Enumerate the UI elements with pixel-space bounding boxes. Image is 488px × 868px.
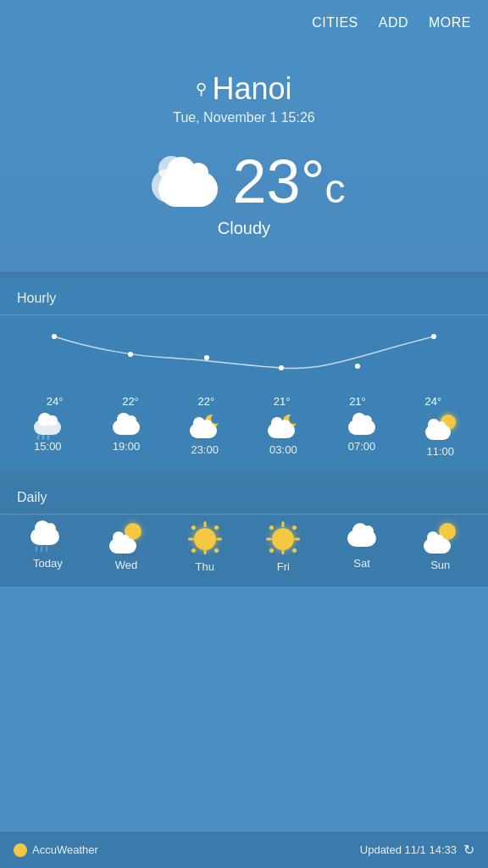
daily-item-2: Thu — [165, 523, 244, 573]
main-weather: ⚲ Hanoi Tue, November 1 15:26 23°c Cloud… — [0, 46, 488, 272]
temp-label-3: 21° — [244, 395, 319, 408]
daily-sun-cloud-icon-5 — [424, 523, 458, 554]
daily-item-5: Sun — [401, 523, 480, 573]
hour-label-4: 07:00 — [348, 440, 376, 453]
brand-name: AccuWeather — [32, 843, 98, 856]
hourly-item-2: 23:00 — [165, 415, 244, 458]
condition: Cloudy — [218, 219, 270, 238]
daily-cloud-icon-4 — [346, 523, 378, 547]
svg-point-1 — [128, 352, 133, 357]
daily-sun-icon-3 — [267, 523, 299, 555]
hourly-section: Hourly 24° 22° 22° 21° 21° 24° — [0, 279, 488, 471]
temp-label-1: 22° — [92, 395, 168, 408]
svg-point-5 — [431, 334, 436, 339]
hour-label-3: 03:00 — [269, 443, 297, 456]
daily-sun-cloud-icon-1 — [109, 523, 143, 554]
cities-button[interactable]: CITIES — [312, 15, 358, 31]
svg-point-3 — [279, 365, 284, 370]
hourly-item-1: 19:00 — [87, 415, 166, 458]
daily-header: Daily — [0, 478, 488, 514]
hourly-item-5: 11:00 — [401, 415, 480, 458]
location-icon: ⚲ — [196, 80, 207, 98]
daily-item-0: Today — [8, 523, 87, 573]
day-label-3: Fri — [277, 560, 290, 573]
cloud-front — [158, 171, 218, 207]
day-label-2: Thu — [195, 560, 214, 573]
hourly-items: 15:00 19:00 23:00 03:00 — [0, 408, 488, 471]
hour-label-1: 19:00 — [113, 440, 141, 453]
temp-label-2: 22° — [169, 395, 244, 408]
hourly-item-3: 03:00 — [244, 415, 323, 458]
temp-label-5: 24° — [396, 395, 471, 408]
daily-sun-icon-2 — [189, 523, 221, 555]
hourly-item-4: 07:00 — [323, 415, 402, 458]
section-divider-1 — [0, 272, 488, 279]
daily-item-3: Fri — [244, 523, 323, 573]
updated-info: Updated 11/1 14:33 ↻ — [360, 842, 474, 858]
main-weather-icon — [143, 156, 219, 207]
day-label-0: Today — [33, 557, 63, 570]
cloud-icon-4 — [347, 415, 377, 435]
day-label-5: Sun — [430, 559, 450, 571]
hourly-item-0: 15:00 — [8, 415, 87, 458]
city-row: ⚲ Hanoi — [196, 71, 291, 107]
hour-label-5: 11:00 — [426, 445, 454, 458]
moon-cloud-icon-3 — [268, 415, 298, 438]
svg-point-4 — [355, 364, 360, 369]
rain-cloud-icon-0 — [32, 415, 63, 435]
svg-point-2 — [204, 355, 209, 360]
temp-labels: 24° 22° 22° 21° 21° 24° — [0, 392, 488, 408]
hour-label-0: 15:00 — [34, 440, 62, 453]
daily-items: Today Wed Thu — [0, 515, 488, 587]
sun-cloud-icon-5 — [425, 415, 456, 440]
temp-curve — [0, 324, 488, 392]
refresh-icon[interactable]: ↻ — [463, 842, 474, 858]
hour-label-2: 23:00 — [191, 443, 219, 456]
hourly-header: Hourly — [0, 279, 488, 314]
header: CITIES ADD MORE — [0, 0, 488, 46]
accu-sun-icon — [14, 843, 27, 857]
accuweather-logo: AccuWeather — [14, 843, 98, 857]
daily-item-4: Sat — [323, 523, 402, 573]
temperature: 23°c — [233, 151, 346, 212]
add-button[interactable]: ADD — [379, 15, 408, 31]
datetime: Tue, November 1 15:26 — [173, 110, 315, 125]
day-label-1: Wed — [115, 559, 138, 571]
daily-section: Daily Today Wed — [0, 478, 488, 587]
hourly-divider — [0, 314, 488, 315]
temp-row: 23°c — [143, 151, 346, 212]
temp-label-4: 21° — [319, 395, 395, 408]
day-label-4: Sat — [353, 557, 370, 570]
svg-point-0 — [52, 334, 57, 339]
footer: AccuWeather Updated 11/1 14:33 ↻ — [0, 831, 488, 868]
daily-item-1: Wed — [87, 523, 166, 573]
updated-label: Updated 11/1 14:33 — [360, 843, 457, 856]
daily-rain-cloud-icon — [30, 523, 64, 552]
moon-cloud-icon-2 — [190, 415, 220, 438]
cloud-icon-1 — [111, 415, 141, 435]
city-name: Hanoi — [212, 71, 291, 107]
section-divider-2 — [0, 471, 488, 478]
temp-label-0: 24° — [17, 395, 92, 408]
more-button[interactable]: MORE — [429, 15, 471, 31]
